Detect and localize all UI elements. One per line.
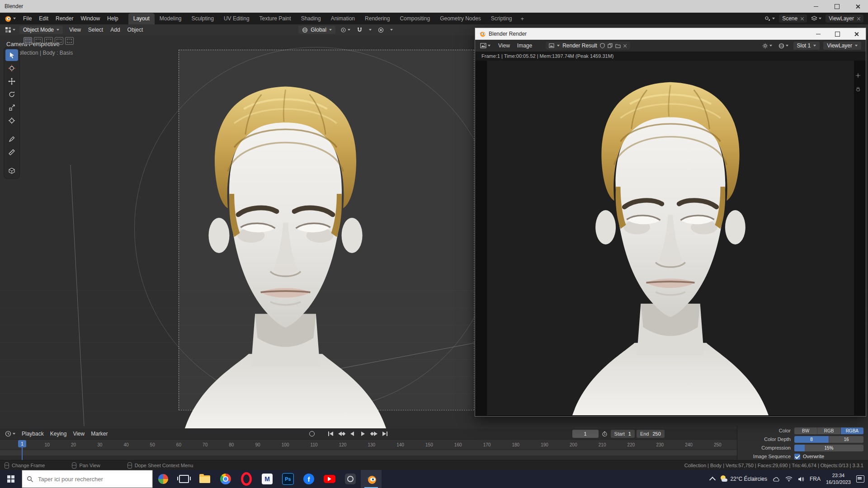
file-explorer-button[interactable]: [194, 470, 215, 488]
workspace-tab[interactable]: Texture Paint: [255, 13, 296, 24]
notification-center-icon[interactable]: [856, 475, 864, 483]
search-input[interactable]: [37, 475, 143, 483]
end-frame-field[interactable]: End 250: [637, 430, 665, 438]
timeline-menu[interactable]: Playback: [19, 429, 47, 438]
play-button[interactable]: [359, 430, 368, 438]
image-editor-type-button[interactable]: [479, 42, 492, 50]
language-indicator[interactable]: FRA: [810, 476, 821, 482]
viewport-menu[interactable]: Object: [124, 25, 147, 34]
menubar-menu[interactable]: Help: [104, 14, 122, 23]
rotate-tool[interactable]: [5, 89, 18, 100]
timeline-menu[interactable]: Keying: [47, 429, 70, 438]
youtube-button[interactable]: [319, 470, 340, 488]
workspace-tab[interactable]: Layout: [128, 13, 155, 24]
workspace-tab[interactable]: Scripting: [486, 13, 517, 24]
depth-8-option[interactable]: 8: [794, 436, 829, 443]
menubar-menu[interactable]: Window: [77, 14, 104, 23]
menubar-menu[interactable]: File: [19, 14, 35, 23]
current-frame-field[interactable]: 1: [572, 430, 599, 438]
use-preview-range-toggle[interactable]: [600, 430, 609, 438]
select-set-icon[interactable]: [24, 37, 32, 45]
scene-selector[interactable]: Scene: [779, 14, 807, 23]
workspace-tab[interactable]: Shading: [296, 13, 326, 24]
cloud-icon[interactable]: [773, 476, 780, 482]
unlink-viewlayer-icon[interactable]: [857, 17, 860, 20]
workspace-tab[interactable]: Compositing: [395, 13, 435, 24]
workspace-tab[interactable]: Modeling: [155, 13, 187, 24]
pan-hand-icon[interactable]: [855, 86, 861, 92]
axes-gizmo-icon[interactable]: [855, 72, 861, 79]
render-window-titlebar[interactable]: Blender Render: [475, 28, 866, 40]
viewlayer-browse-button[interactable]: [810, 14, 823, 23]
blender-taskbar-button[interactable]: [361, 470, 382, 488]
image-editor-menu[interactable]: Image: [514, 41, 536, 50]
depth-16-option[interactable]: 16: [829, 436, 863, 443]
model-head[interactable]: [157, 77, 414, 428]
viewport-menu[interactable]: Select: [85, 25, 107, 34]
capture-tool-button[interactable]: [340, 470, 361, 488]
chrome-button[interactable]: [215, 470, 236, 488]
proportional-editing-toggle[interactable]: [377, 26, 385, 34]
color-bw-option[interactable]: BW: [794, 427, 817, 434]
jump-to-end-button[interactable]: [380, 430, 390, 438]
render-window[interactable]: Blender Render ViewImage: [475, 28, 866, 417]
render-viewlayer-dropdown[interactable]: ViewLayer: [823, 42, 861, 50]
minimize-button[interactable]: [806, 0, 826, 13]
move-tool[interactable]: [5, 75, 18, 87]
workspace-tab[interactable]: Geometry Nodes: [435, 13, 486, 24]
timeline-tracks[interactable]: [0, 449, 737, 460]
jump-to-start-button[interactable]: [326, 430, 335, 438]
timeline-menu[interactable]: Marker: [88, 429, 111, 438]
editor-type-button[interactable]: [4, 26, 17, 34]
start-frame-field[interactable]: Start 1: [611, 430, 635, 438]
unlink-scene-icon[interactable]: [800, 17, 804, 20]
view-transform-button[interactable]: [777, 42, 790, 50]
viewlayer-selector[interactable]: ViewLayer: [826, 14, 863, 23]
volume-icon[interactable]: [798, 476, 804, 482]
select-subtract-icon[interactable]: [44, 37, 53, 45]
timeline-menu[interactable]: View: [70, 429, 88, 438]
box-select-tool[interactable]: [5, 49, 18, 61]
task-view-button[interactable]: [174, 470, 194, 488]
add-cube-tool[interactable]: [5, 165, 18, 177]
workspace-tab[interactable]: Rendering: [360, 13, 395, 24]
orientation-dropdown[interactable]: Global: [298, 26, 335, 34]
auto-keying-toggle[interactable]: [307, 430, 317, 438]
snap-settings-dropdown[interactable]: [368, 28, 373, 32]
viewport-menu[interactable]: Add: [107, 25, 123, 34]
falloff-dropdown[interactable]: [389, 28, 394, 32]
render-maximize-button[interactable]: [828, 28, 847, 40]
annotate-tool[interactable]: [5, 133, 18, 145]
close-button[interactable]: [847, 0, 868, 13]
select-extend-icon[interactable]: [34, 37, 42, 45]
select-invert-icon[interactable]: [55, 37, 63, 45]
wifi-icon[interactable]: [785, 476, 793, 482]
blender-menu-button[interactable]: [0, 14, 19, 23]
workspace-tab[interactable]: Animation: [326, 13, 360, 24]
unlink-image-icon[interactable]: [623, 44, 627, 47]
add-workspace-button[interactable]: +: [517, 15, 528, 22]
main-window-titlebar[interactable]: Blender: [0, 0, 868, 13]
play-reverse-button[interactable]: [348, 430, 357, 438]
playhead-line[interactable]: [22, 446, 23, 460]
menubar-menu[interactable]: Render: [52, 14, 77, 23]
color-rgb-option[interactable]: RGB: [817, 427, 840, 434]
maximize-button[interactable]: [826, 0, 847, 13]
playhead-marker[interactable]: 1: [18, 440, 26, 447]
next-keyframe-button[interactable]: [369, 430, 379, 438]
color-rgba-option[interactable]: RGBA: [841, 427, 863, 434]
render-slot-dropdown[interactable]: Slot 1: [793, 42, 820, 50]
taskbar-search[interactable]: [22, 470, 153, 488]
image-datablock-selector[interactable]: Render Result: [546, 42, 630, 50]
snap-toggle[interactable]: [355, 26, 364, 34]
weather-widget[interactable]: 22°C Éclaircies: [720, 475, 767, 483]
scene-browse-button[interactable]: [763, 14, 776, 23]
previous-keyframe-button[interactable]: [337, 430, 346, 438]
select-intersect-icon[interactable]: [65, 37, 74, 45]
opera-button[interactable]: [236, 470, 257, 488]
pivot-dropdown[interactable]: [339, 26, 352, 34]
cursor-tool[interactable]: [5, 62, 18, 74]
scale-tool[interactable]: [5, 102, 18, 113]
open-folder-icon[interactable]: [615, 43, 621, 48]
taskbar-clock[interactable]: 23:34 16/10/2023: [826, 472, 851, 486]
